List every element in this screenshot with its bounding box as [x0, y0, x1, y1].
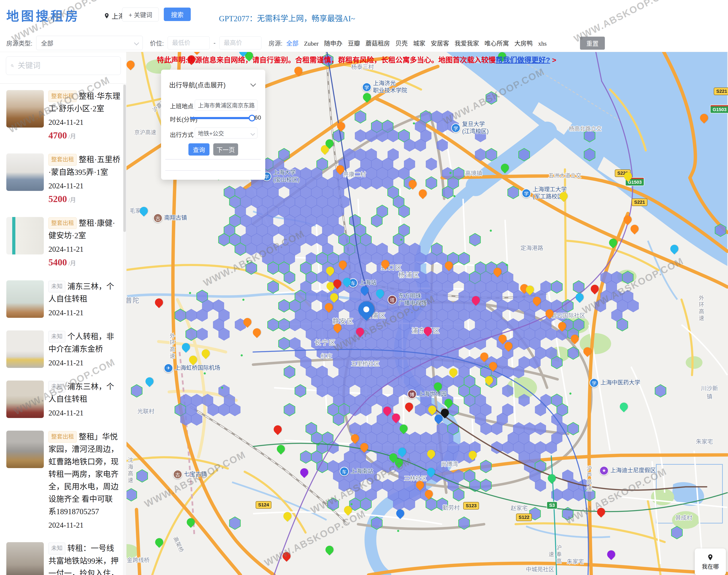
duration-value: 60	[255, 114, 261, 121]
disclaimer-text: 特此声明:房源信息来自网络，请自行鉴别。合租需谨慎，群租有风险，长租公寓多当心。…	[157, 56, 496, 64]
source-link-全部[interactable]: 全部	[286, 40, 299, 47]
feedback-link[interactable]: 帮我们做得更好?	[496, 56, 550, 64]
listing-photo[interactable]	[6, 542, 44, 575]
work-location-input[interactable]	[195, 100, 258, 110]
poi-label: 上海南站	[351, 468, 373, 475]
poi-label: 上海世博园	[418, 391, 447, 398]
listing-item-7[interactable]: 整套出租整租」华悦家园，漕河泾周边，虹曹路地铁口旁，现转租一两房，家电齐全，民用…	[0, 424, 123, 536]
listing-title[interactable]: 未知浦东三林，个人自住转租	[48, 380, 121, 405]
reset-button[interactable]: 重置	[580, 37, 605, 50]
map-poi-复旦大学(江湾校区)[interactable]: 学复旦大学 (江湾校区)	[451, 121, 489, 135]
chevron-down-icon[interactable]	[250, 81, 256, 87]
scrollbar-thumb[interactable]	[123, 84, 126, 232]
poi-icon: 古	[153, 213, 163, 223]
listing-title[interactable]: 未知转租：一号线共富地铁站99米，押一付一，拎包入住，收纳空间大1700	[48, 542, 121, 575]
source-link-大房鸭[interactable]: 大房鸭	[514, 40, 533, 47]
map-label-定海港路: 定海港路	[521, 243, 543, 252]
map-poi-上海迪士尼度假区[interactable]: ★上海迪士尼度假区	[599, 466, 656, 475]
site-logo[interactable]: 地图搜租房	[6, 6, 80, 24]
commute-panel-title[interactable]: 出行导航(点击展开)	[169, 80, 226, 89]
listing-date: 2024-11-21	[48, 308, 121, 317]
map-label-沪芦高速: 沪芦高速	[585, 466, 593, 493]
map-label-川沙新镇: 川沙新镇	[700, 384, 719, 400]
listing-photo[interactable]	[6, 331, 44, 368]
listing-date: 2024-11-21	[48, 521, 121, 530]
map-poi-上海世博园[interactable]: 博上海世博园	[407, 390, 447, 399]
price-separator: -	[213, 40, 216, 46]
source-link-安居客[interactable]: 安居客	[431, 40, 449, 47]
listing-item-4[interactable]: 未知浦东三林，个人自住转租2024-11-21	[0, 274, 123, 324]
listing-badge: 整套出租	[48, 91, 77, 102]
source-link-唯心所寓[interactable]: 唯心所寓	[485, 40, 509, 47]
poi-label: 南翔古镇	[164, 214, 187, 222]
listing-photo[interactable]	[6, 280, 44, 318]
source-link-随申办[interactable]: 随申办	[324, 40, 342, 47]
listing-item-6[interactable]: 未知浦东三林，个人自住转租2024-11-21	[0, 374, 123, 424]
travel-mode-value: 地铁+公交	[198, 129, 224, 137]
source-link-蘑菇租房[interactable]: 蘑菇租房	[365, 40, 390, 47]
poi-icon: 博	[407, 390, 417, 399]
map-poi-南翔古镇[interactable]: 古南翔古镇	[153, 213, 187, 223]
listing-title[interactable]: 整套出租整租·五里桥·蒙自路395弄·1室	[48, 154, 121, 178]
map-poi-上海虹桥国际机场[interactable]: ✈上海虹桥国际机场	[164, 364, 220, 373]
keyword-searchbox[interactable]	[6, 57, 121, 75]
listing-photo[interactable]	[6, 154, 44, 191]
map-label-嘉金跨线桥: 嘉金跨线桥	[126, 555, 150, 564]
query-button[interactable]: 查询	[189, 143, 209, 156]
listing-badge: 整套出租	[48, 217, 77, 229]
map-label-中城苑社区: 中城苑社区	[526, 565, 554, 573]
source-link-贝壳[interactable]: 贝壳	[395, 40, 407, 47]
listing-item-2[interactable]: 整套出租整租·五里桥·蒙自路395弄·1室2024-11-215200 /月	[0, 147, 123, 210]
listing-item-1[interactable]: 整套出租整租·华东理工·舒乐小区·2室2024-11-214700 /月	[0, 84, 123, 147]
map-label-长宁区: 长宁区	[315, 337, 336, 347]
duration-slider[interactable]	[190, 117, 253, 119]
listing-item-3[interactable]: 整套出租整租·康健·健安坊·2室2024-11-215400 /月	[0, 211, 123, 274]
price-max-input[interactable]	[219, 36, 262, 49]
listing-title[interactable]: 未知浦东三林，个人自住转租	[48, 280, 121, 305]
map-poi-上海大学(宝山校区)[interactable]: 学上海大学 (宝山校区)	[262, 169, 300, 183]
listing-photo[interactable]	[6, 431, 44, 468]
price-min-input[interactable]	[168, 36, 210, 49]
listing-body: 未知转租：一号线共富地铁站99米，押一付一，拎包入住，收纳空间大17002024…	[48, 542, 123, 575]
listing-item-5[interactable]: 未知个人转租，非中介在浦东金桥2024-11-21	[0, 324, 123, 374]
listing-title[interactable]: 整套出租整租·康健·健安坊·2室	[48, 217, 121, 242]
map-poi-上海中医药大学[interactable]: 学上海中医药大学	[590, 378, 640, 387]
source-link-豆瓣[interactable]: 豆瓣	[348, 40, 360, 47]
listing-title[interactable]: 整套出租整租·华东理工·舒乐小区·2室	[48, 90, 121, 115]
poi-label: 东方明珠 广播电视塔	[399, 293, 427, 307]
sidebar-scrollbar[interactable]	[123, 83, 126, 575]
listing-photo[interactable]	[6, 90, 44, 128]
type-select-value: 全部	[41, 38, 53, 47]
map-poi-七宝古镇[interactable]: 古七宝古镇	[173, 470, 207, 479]
map-poi-上海南站[interactable]: 车上海南站	[339, 467, 373, 476]
search-button[interactable]: 搜索	[164, 8, 191, 21]
source-link-Zuber[interactable]: Zuber	[304, 40, 319, 47]
poi-icon: 学	[362, 82, 371, 92]
listing-body: 未知浦东三林，个人自住转租2024-11-21	[48, 280, 123, 318]
source-link-xhs[interactable]: xhs	[538, 40, 547, 47]
travel-mode-select[interactable]: 地铁+公交	[195, 128, 258, 138]
listing-title[interactable]: 整套出租整租」华悦家园，漕河泾周边，虹曹路地铁口旁，现转租一两房，家电齐全，民用…	[48, 431, 121, 518]
map-poi-东方明珠广播电视塔[interactable]: 塔东方明珠 广播电视塔	[388, 293, 427, 307]
source-link-城家[interactable]: 城家	[413, 40, 425, 47]
next-page-button[interactable]: 下一页	[213, 143, 238, 156]
type-select[interactable]: 全部	[36, 36, 143, 50]
map-area[interactable]: 杨泰三村上海京沪高速沪嘉高速杨高北路立交共康二村高境镇五洲大道立交毛家宅定海港路…	[126, 52, 728, 575]
promo-banner[interactable]: GPT2077：无需科学上网，畅享最强AI~	[219, 12, 355, 24]
listing-body: 整套出租整租」华悦家园，漕河泾周边，虹曹路地铁口旁，现转租一两房，家电齐全，民用…	[48, 431, 123, 530]
listing-item-8[interactable]: 未知转租：一号线共富地铁站99米，押一付一，拎包入住，收纳空间大17002024…	[0, 536, 123, 575]
listing-photo[interactable]	[6, 380, 44, 418]
listing-title[interactable]: 未知个人转租，非中介在浦东金桥	[48, 331, 121, 355]
source-link-我爱我家[interactable]: 我爱我家	[455, 40, 479, 47]
keyword-input[interactable]	[17, 61, 116, 70]
map-label-外环高速: 外环高速	[168, 333, 176, 360]
poi-label: 上海虹桥国际机场	[175, 365, 220, 372]
divider	[165, 159, 261, 160]
road-shield-S122: S122	[516, 513, 532, 521]
listing-price: 4700 /月	[48, 130, 121, 141]
map-poi-上海站[interactable]: 车上海站	[349, 278, 376, 288]
map-poi-上海济光职业技术学院[interactable]: 学上海济光 职业技术学院	[362, 80, 407, 94]
locate-me-button[interactable]: 我在哪	[695, 548, 726, 575]
add-keyword-button[interactable]: + 关键词	[122, 8, 159, 22]
listing-photo[interactable]	[6, 217, 44, 255]
